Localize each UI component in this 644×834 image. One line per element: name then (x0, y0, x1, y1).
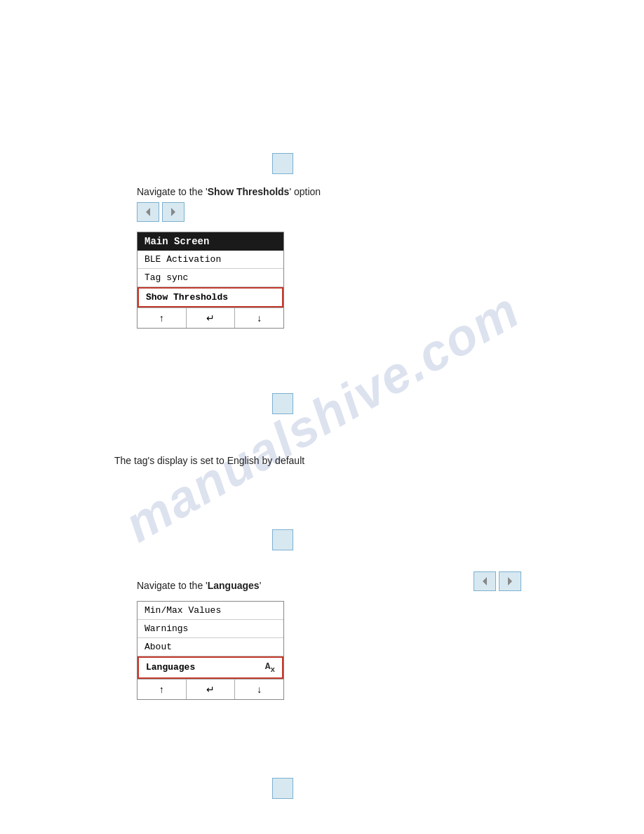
menu-nav-up-bottom[interactable]: ↑ (137, 680, 187, 699)
nav-left-arrow-bottom[interactable] (474, 571, 496, 591)
watermark: manualshive.com (0, 0, 644, 834)
menu-nav-enter-top[interactable]: ↵ (187, 308, 236, 328)
menu-item-warnings[interactable]: Warnings (137, 620, 283, 638)
menu-item-tagsync[interactable]: Tag sync (137, 269, 283, 287)
step-square-lower (272, 529, 293, 550)
menu-box-bottom: Min/Max Values Warnings About Languages … (137, 601, 284, 700)
nav-arrows-top (137, 202, 185, 222)
svg-marker-2 (483, 577, 487, 585)
menu-nav-down-top[interactable]: ↓ (235, 308, 283, 328)
menu-nav-row-bottom: ↑ ↵ ↓ (137, 679, 283, 699)
info-text: The tag's display is set to English by d… (114, 455, 304, 466)
step-square-top (272, 153, 293, 174)
menu-item-show-thresholds[interactable]: Show Thresholds (137, 287, 283, 307)
languages-icon: Ax (265, 661, 275, 674)
navigate-text-bottom: Navigate to the 'Languages' (137, 580, 261, 591)
step-square-bottom (272, 778, 293, 799)
nav-left-arrow-top[interactable] (137, 202, 159, 222)
step-square-mid (272, 393, 293, 414)
menu-item-ble[interactable]: BLE Activation (137, 251, 283, 269)
menu-nav-down-bottom[interactable]: ↓ (235, 680, 283, 699)
menu-title-top: Main Screen (137, 232, 283, 251)
navigate-text-top: Navigate to the 'Show Thresholds' option (137, 186, 321, 197)
menu-box-top: Main Screen BLE Activation Tag sync Show… (137, 232, 284, 329)
svg-marker-3 (508, 577, 512, 585)
svg-marker-0 (146, 208, 150, 216)
nav-right-arrow-top[interactable] (162, 202, 185, 222)
menu-item-languages[interactable]: Languages Ax (137, 656, 283, 679)
menu-nav-enter-bottom[interactable]: ↵ (187, 680, 236, 699)
nav-arrows-bottom-right (474, 571, 521, 591)
menu-item-minmax[interactable]: Min/Max Values (137, 602, 283, 620)
languages-label: Languages (146, 662, 195, 673)
menu-item-about[interactable]: About (137, 638, 283, 656)
menu-nav-up-top[interactable]: ↑ (137, 308, 187, 328)
menu-nav-row-top: ↑ ↵ ↓ (137, 307, 283, 328)
nav-right-arrow-bottom[interactable] (499, 571, 521, 591)
svg-marker-1 (171, 208, 175, 216)
